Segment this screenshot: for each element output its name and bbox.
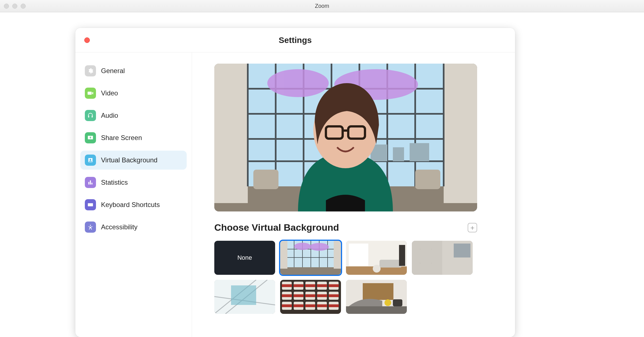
sidebar-item-label: Virtual Background: [101, 156, 157, 164]
svg-point-17: [267, 69, 329, 97]
sidebar-item-audio[interactable]: Audio: [80, 106, 187, 125]
close-settings-button[interactable]: [84, 37, 90, 43]
svg-rect-58: [231, 285, 256, 305]
svg-rect-75: [282, 284, 292, 287]
svg-rect-81: [294, 294, 304, 297]
sidebar-item-general[interactable]: General: [80, 61, 187, 80]
svg-rect-88: [317, 304, 327, 307]
svg-point-52: [420, 263, 421, 264]
sidebar-item-share-screen[interactable]: Share Screen: [80, 128, 187, 147]
settings-body: General Video Audio Share Screen: [75, 52, 515, 337]
settings-header: Settings: [75, 28, 515, 52]
sidebar-item-label: Keyboard Shortcuts: [101, 201, 160, 209]
add-background-button[interactable]: ＋: [468, 223, 477, 232]
app-title: Zoom: [315, 3, 329, 9]
background-option-concrete-wall[interactable]: [412, 241, 473, 275]
background-option-cans[interactable]: [280, 280, 341, 314]
close-window-button[interactable]: [4, 4, 9, 9]
background-option-glass-ceiling[interactable]: [214, 280, 275, 314]
settings-sidebar: General Video Audio Share Screen: [75, 52, 192, 337]
sidebar-item-virtual-background[interactable]: Virtual Background: [80, 151, 187, 170]
svg-point-45: [373, 265, 381, 273]
svg-rect-21: [410, 143, 429, 161]
sidebar-item-video[interactable]: Video: [80, 84, 187, 103]
headphones-icon: [85, 110, 96, 121]
statistics-icon: [85, 177, 96, 188]
svg-rect-20: [393, 147, 404, 161]
background-option-lobby[interactable]: [280, 241, 341, 275]
share-screen-icon: [85, 132, 96, 143]
svg-rect-44: [379, 260, 402, 268]
plus-icon: ＋: [469, 223, 476, 232]
svg-rect-29: [280, 267, 341, 275]
virtual-background-icon: [85, 155, 96, 166]
sidebar-item-accessibility[interactable]: Accessibility: [80, 218, 187, 237]
virtual-background-panel: Choose Virtual Background ＋ None: [192, 52, 515, 337]
minimize-window-button[interactable]: [12, 4, 17, 9]
sidebar-item-label: Statistics: [101, 179, 128, 186]
settings-window: Settings General Video Audio: [75, 28, 515, 337]
svg-rect-87: [305, 304, 315, 307]
svg-point-53: [431, 263, 432, 264]
zoom-window-button[interactable]: [21, 4, 26, 9]
svg-rect-31: [334, 241, 341, 269]
svg-rect-79: [329, 284, 339, 287]
video-preview: [214, 64, 477, 211]
svg-rect-23: [415, 170, 440, 189]
section-header: Choose Virtual Background ＋: [214, 222, 477, 233]
svg-point-0: [90, 225, 91, 226]
svg-rect-89: [329, 304, 339, 307]
svg-rect-94: [393, 299, 402, 306]
svg-rect-30: [280, 241, 287, 269]
svg-rect-91: [363, 283, 393, 300]
section-title: Choose Virtual Background: [214, 222, 339, 233]
svg-rect-82: [305, 294, 315, 297]
svg-rect-84: [329, 294, 339, 297]
traffic-lights: [4, 4, 26, 9]
settings-title: Settings: [279, 35, 312, 45]
svg-rect-2: [214, 64, 248, 203]
sidebar-item-label: Share Screen: [101, 134, 142, 142]
svg-rect-43: [349, 244, 368, 266]
svg-point-39: [294, 243, 311, 250]
svg-rect-85: [282, 304, 292, 307]
sidebar-item-label: Accessibility: [101, 223, 138, 231]
svg-rect-80: [282, 294, 292, 297]
svg-rect-77: [305, 284, 315, 287]
svg-rect-46: [399, 245, 405, 266]
accessibility-icon: [85, 222, 96, 233]
svg-point-51: [431, 249, 432, 250]
background-thumbnail-grid: None: [214, 241, 482, 314]
svg-point-50: [420, 249, 421, 250]
svg-point-40: [309, 243, 329, 251]
svg-rect-22: [253, 170, 278, 189]
keyboard-icon: [85, 199, 96, 210]
background-option-none[interactable]: None: [214, 241, 275, 275]
video-icon: [85, 88, 96, 99]
svg-rect-3: [444, 64, 477, 203]
svg-rect-83: [317, 294, 327, 297]
sidebar-item-label: General: [101, 67, 125, 75]
svg-point-93: [385, 299, 391, 306]
svg-rect-78: [317, 284, 327, 287]
background-option-label: None: [237, 254, 252, 261]
sidebar-item-label: Audio: [101, 112, 118, 119]
sidebar-item-statistics[interactable]: Statistics: [80, 173, 187, 192]
background-option-lounge[interactable]: [346, 280, 407, 314]
sidebar-item-keyboard-shortcuts[interactable]: Keyboard Shortcuts: [80, 195, 187, 214]
svg-rect-86: [294, 304, 304, 307]
svg-rect-49: [454, 244, 470, 257]
svg-rect-48: [412, 241, 442, 275]
gear-icon: [85, 65, 96, 76]
svg-rect-76: [294, 284, 304, 287]
svg-rect-92: [346, 306, 407, 314]
app-titlebar: Zoom: [0, 0, 644, 12]
sidebar-item-label: Video: [101, 89, 118, 97]
background-option-living-room[interactable]: [346, 241, 407, 275]
